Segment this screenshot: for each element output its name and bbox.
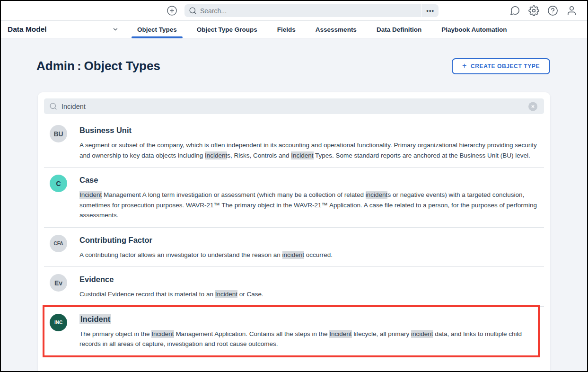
global-search: ••• [184,4,439,17]
quick-add-button[interactable] [167,5,177,16]
page-title-separator: : [77,59,81,73]
object-type-row[interactable]: INC Incident The primary object in the I… [44,307,544,356]
tab-object-types[interactable]: Object Types [132,21,183,38]
object-type-row[interactable]: C Case Incident Management A long term i… [44,168,544,228]
tab-data-definition[interactable]: Data Definition [371,21,427,38]
object-type-avatar: Ev [50,274,67,292]
gear-icon [528,5,539,16]
object-type-description: A contributing factor allows an investig… [79,250,538,260]
page-title-section: Admin [36,59,75,73]
object-type-title: Case [79,175,538,185]
object-type-row[interactable]: BU Business Unit A segment or subset of … [44,118,544,168]
page-content: Admin : Object Types + CREATE OBJECT TYP… [1,38,587,371]
plus-icon: + [462,62,467,70]
object-type-avatar: C [50,175,67,192]
plus-circle-icon [167,5,177,16]
app-window: ••• [0,0,588,372]
object-type-description: Incident Management A long term investig… [79,190,538,221]
object-type-row[interactable]: Ev Evidence Custodial Evidence record th… [44,267,544,307]
object-types-card: BU Business Unit A segment or subset of … [38,92,550,371]
user-icon [566,5,577,16]
page-title: Admin : Object Types [36,59,160,73]
create-object-type-label: CREATE OBJECT TYPE [471,63,540,70]
close-icon [531,104,535,108]
context-dropdown-label: Data Model [8,25,47,34]
object-type-description: The primary object in the Incident Manag… [79,329,538,349]
filter-input[interactable] [57,103,544,110]
settings-button[interactable] [528,5,539,16]
object-type-avatar: CFA [50,235,67,252]
chat-bubble-icon [509,5,520,16]
object-type-title: Evidence [79,274,538,284]
search-icon [189,7,197,15]
object-type-avatar: INC [50,314,67,331]
object-type-row[interactable]: CFA Contributing Factor A contributing f… [44,228,544,267]
secondary-nav: Data Model Object TypesObject Type Group… [1,21,587,38]
tab-fields[interactable]: Fields [272,21,301,38]
object-type-filter [44,98,544,114]
clear-filter-button[interactable] [528,102,537,111]
nav-tabs: Object TypesObject Type GroupsFieldsAsse… [127,21,517,38]
context-dropdown[interactable]: Data Model [1,21,127,38]
object-type-title: Business Unit [79,125,538,135]
profile-button[interactable] [566,5,577,16]
tab-playbook-automation[interactable]: Playbook Automation [436,21,512,38]
topbar: ••• [1,1,587,21]
object-type-description: Custodial Evidence record that is materi… [79,289,538,300]
filter-search-icon [49,102,57,110]
create-object-type-button[interactable]: + CREATE OBJECT TYPE [452,58,550,74]
chevron-down-icon [112,26,119,33]
page-title-name: Object Types [84,59,160,73]
object-type-description: A segment or subset of the company, whic… [79,140,538,160]
help-circle-icon [547,5,558,16]
chat-button[interactable] [509,5,520,16]
object-type-title: Contributing Factor [79,235,538,245]
tab-object-type-groups[interactable]: Object Type Groups [191,21,263,38]
search-more-options-icon[interactable]: ••• [422,4,439,17]
tab-assessments[interactable]: Assessments [310,21,362,38]
object-type-list: BU Business Unit A segment or subset of … [44,118,544,356]
help-button[interactable] [547,5,558,16]
object-type-avatar: BU [50,125,67,142]
global-search-input[interactable] [197,7,421,15]
object-type-title: Incident [79,314,538,324]
